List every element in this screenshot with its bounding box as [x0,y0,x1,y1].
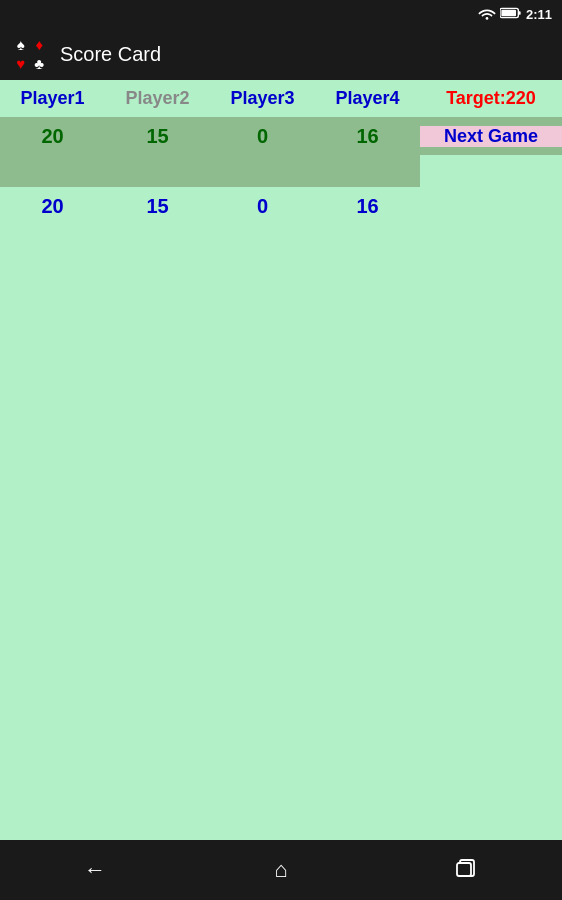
club-icon: ♣ [31,55,49,73]
score-players: 20 15 0 16 [0,125,420,148]
empty-area [0,226,562,840]
target-label: Target:220 [420,88,562,109]
back-button[interactable]: ← [84,857,106,883]
status-icons: 2:11 [478,6,552,23]
totals-players: 20 15 0 16 [0,195,420,218]
header-player4: Player4 [315,88,420,109]
score-player4: 16 [315,125,420,148]
empty-row-container [0,155,562,187]
total-player2: 15 [105,195,210,218]
status-time: 2:11 [526,7,552,22]
spade-icon: ♠ [12,36,30,54]
diamond-icon: ♦ [31,36,49,54]
next-game-area[interactable]: Next Game [420,126,562,147]
next-game-button[interactable]: Next Game [444,126,538,147]
score-player2: 15 [105,125,210,148]
header-row: Player1 Player2 Player3 Player4 Target:2… [0,80,562,117]
main-content: Player1 Player2 Player3 Player4 Target:2… [0,80,562,840]
svg-rect-2 [501,9,516,15]
header-player1: Player1 [0,88,105,109]
recents-button[interactable] [456,857,478,883]
title-bar: ♠ ♦ ♥ ♣ Score Card [0,28,562,80]
empty-highlight-row [0,155,420,187]
header-player3: Player3 [210,88,315,109]
home-button[interactable]: ⌂ [274,857,287,883]
battery-icon [500,7,522,22]
total-player1: 20 [0,195,105,218]
app-icon: ♠ ♦ ♥ ♣ [12,36,48,72]
header-player2: Player2 [105,88,210,109]
total-player3: 0 [210,195,315,218]
svg-rect-1 [518,11,520,15]
score-player1: 20 [0,125,105,148]
heart-icon: ♥ [12,55,30,73]
score-row: 20 15 0 16 Next Game [0,117,562,155]
player-headers: Player1 Player2 Player3 Player4 [0,88,420,109]
total-player4: 16 [315,195,420,218]
wifi-icon [478,6,496,23]
totals-row: 20 15 0 16 [0,187,562,226]
score-player3: 0 [210,125,315,148]
svg-rect-4 [457,863,471,876]
status-bar: 2:11 [0,0,562,28]
nav-bar: ← ⌂ [0,840,562,900]
app-title: Score Card [60,43,161,66]
